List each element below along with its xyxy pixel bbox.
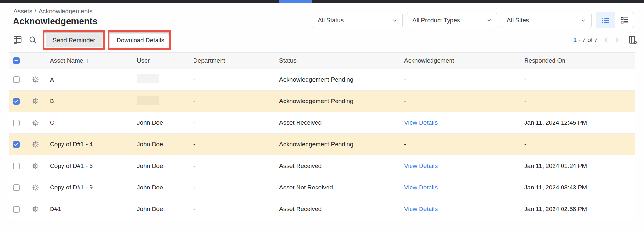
status-cell: Acknowledgement Pending: [279, 98, 404, 105]
column-header-department[interactable]: Department: [193, 57, 279, 64]
row-settings-button[interactable]: [32, 205, 50, 213]
gear-icon: [32, 205, 39, 213]
user-cell: John Doe: [137, 141, 193, 148]
select-all-checkbox[interactable]: [13, 57, 20, 64]
column-header-user[interactable]: User: [137, 57, 193, 64]
department-cell: -: [193, 119, 279, 126]
chevron-down-icon: [486, 17, 492, 24]
list-view-icon: [601, 16, 610, 24]
user-cell: John Doe: [137, 162, 193, 169]
row-settings-button[interactable]: [32, 184, 50, 191]
asset-name-cell: B: [50, 98, 137, 105]
row-settings-button[interactable]: [32, 140, 50, 148]
breadcrumb-assets[interactable]: Assets: [14, 8, 32, 15]
checkmark-icon: [14, 142, 19, 147]
column-header-asset-name[interactable]: Asset Name ↑: [50, 57, 137, 64]
row-checkbox[interactable]: [13, 98, 20, 105]
table-row[interactable]: B - Acknowledgement Pending - -: [9, 91, 635, 112]
row-checkbox[interactable]: [13, 120, 20, 126]
view-toggle: [596, 12, 634, 28]
row-checkbox[interactable]: [13, 141, 20, 148]
browser-top-strip: [0, 0, 644, 3]
gear-icon: [32, 97, 39, 105]
responded-on-cell: -: [524, 141, 635, 148]
sort-ascending-icon: ↑: [86, 57, 89, 64]
user-cell: John Doe: [137, 119, 193, 126]
previous-page-icon[interactable]: [602, 36, 610, 44]
view-details-link[interactable]: View Details: [404, 162, 438, 169]
department-cell: -: [193, 98, 279, 105]
next-page-icon[interactable]: [613, 36, 621, 44]
department-cell: -: [193, 76, 279, 83]
card-view-button[interactable]: [615, 12, 634, 28]
status-filter-dropdown[interactable]: All Status: [312, 13, 403, 28]
department-cell: -: [193, 141, 279, 148]
acknowledgement-cell: -: [404, 141, 524, 148]
chevron-down-icon: [580, 17, 587, 24]
gear-icon: [32, 140, 39, 148]
pagination: 1 - 7 of 7: [547, 35, 638, 45]
responded-on-cell: -: [524, 76, 635, 83]
row-settings-button[interactable]: [32, 119, 50, 127]
topbar-accent: [279, 0, 312, 3]
row-settings-button[interactable]: [32, 162, 50, 170]
row-checkbox[interactable]: [13, 206, 20, 213]
table-row[interactable]: Copy of D#1 - 4 John Doe - Acknowledgeme…: [9, 134, 635, 155]
page-title: Acknowledgements: [13, 16, 98, 26]
asset-name-cell: A: [50, 76, 137, 83]
status-cell: Acknowledgement Pending: [279, 76, 404, 83]
column-settings-icon[interactable]: [628, 35, 638, 45]
responded-on-cell: Jan 11, 2024 03:43 PM: [524, 184, 635, 191]
status-cell: Asset Received: [279, 119, 404, 126]
column-header-status[interactable]: Status: [279, 57, 404, 64]
row-settings-button[interactable]: [32, 97, 50, 105]
list-view-button[interactable]: [596, 12, 615, 28]
status-cell: Asset Received: [279, 162, 404, 169]
row-checkbox[interactable]: [13, 184, 20, 191]
table-body: A - Acknowledgement Pending - -: [9, 69, 635, 220]
download-details-button[interactable]: Download Details: [112, 34, 169, 47]
user-cell: [137, 74, 193, 85]
send-reminder-button[interactable]: Send Reminder: [46, 34, 102, 47]
responded-on-cell: Jan 11, 2024 01:24 PM: [524, 162, 635, 169]
row-checkbox[interactable]: [13, 163, 20, 169]
table-row[interactable]: D#1 John Doe - Asset Received View Detai…: [9, 198, 635, 220]
asset-name-cell: D#1: [50, 206, 137, 213]
redacted-user-name: [137, 96, 159, 105]
table-row[interactable]: Copy of D#1 - 6 John Doe - Asset Receive…: [9, 155, 635, 177]
acknowledgement-cell: View Details: [404, 206, 524, 213]
asset-name-cell: C: [50, 119, 137, 126]
row-settings-button[interactable]: [32, 76, 50, 83]
department-cell: -: [193, 162, 279, 169]
redacted-user-name: [137, 74, 159, 83]
breadcrumb-acknowledgements[interactable]: Acknowledgements: [39, 8, 93, 15]
sites-filter-dropdown[interactable]: All Sites: [501, 13, 592, 28]
acknowledgements-table: Asset Name ↑ User Department Status Ackn…: [9, 52, 635, 220]
add-view-button[interactable]: [12, 34, 23, 46]
sites-filter-value: All Sites: [507, 17, 529, 24]
search-button[interactable]: [28, 35, 37, 46]
row-checkbox[interactable]: [13, 76, 20, 83]
product-types-filter-dropdown[interactable]: All Product Types: [407, 13, 497, 28]
column-header-responded-on[interactable]: Responded On: [524, 57, 635, 64]
table-header-row: Asset Name ↑ User Department Status Ackn…: [9, 52, 635, 69]
table-row[interactable]: A - Acknowledgement Pending - -: [9, 69, 635, 91]
table-row[interactable]: Copy of D#1 - 9 John Doe - Asset Not Rec…: [9, 177, 635, 198]
column-header-acknowledgement[interactable]: Acknowledgement: [404, 57, 524, 64]
responded-on-cell: Jan 11, 2024 12:45 PM: [524, 119, 635, 126]
search-icon: [28, 35, 37, 44]
responded-on-cell: Jan 11, 2024 02:58 PM: [524, 206, 635, 213]
responded-on-cell: -: [524, 98, 635, 105]
table-row[interactable]: C John Doe - Asset Received View Details…: [9, 112, 635, 134]
gear-icon: [32, 76, 39, 83]
acknowledgement-cell: -: [404, 76, 524, 83]
department-cell: -: [193, 184, 279, 191]
view-details-link[interactable]: View Details: [404, 206, 438, 212]
add-view-icon: [12, 34, 23, 45]
gear-icon: [32, 119, 39, 127]
status-cell: Acknowledgement Pending: [279, 141, 404, 148]
view-details-link[interactable]: View Details: [404, 184, 438, 191]
product-types-filter-value: All Product Types: [412, 17, 460, 24]
acknowledgement-cell: -: [404, 98, 524, 105]
view-details-link[interactable]: View Details: [404, 119, 438, 126]
